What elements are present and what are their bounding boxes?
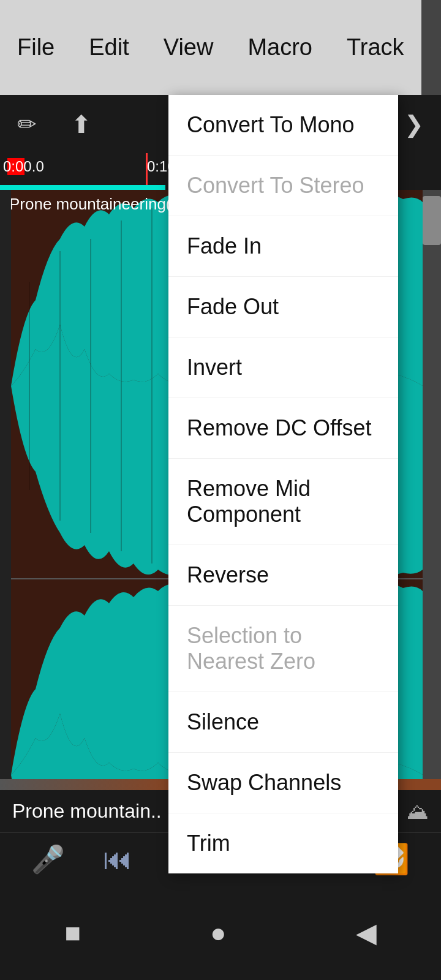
- pencil-icon: ✏: [17, 111, 37, 137]
- scale-bar: [0, 190, 11, 790]
- menu-view[interactable]: View: [146, 0, 231, 95]
- chevron-button[interactable]: ❯: [399, 106, 429, 143]
- scrollbar-thumb: [423, 196, 441, 245]
- timeline-progress: [0, 185, 165, 190]
- nav-square-button[interactable]: ■: [64, 918, 81, 948]
- menu-item-reverse[interactable]: Reverse: [168, 545, 398, 606]
- waveform-view-icon[interactable]: ⛰: [407, 799, 429, 824]
- menu-item-selection-nearest-zero: Selection to Nearest Zero: [168, 606, 398, 692]
- chevron-right-icon: ❯: [404, 111, 424, 137]
- record-button[interactable]: 🎤: [31, 843, 65, 875]
- menu-track[interactable]: Track: [330, 0, 421, 95]
- nav-home-button[interactable]: ●: [210, 918, 227, 948]
- menu-item-silence[interactable]: Silence: [168, 692, 398, 753]
- menu-bar: File Edit View Macro Track ✦ Effects: [0, 0, 441, 95]
- menu-item-swap-channels[interactable]: Swap Channels: [168, 753, 398, 813]
- menu-item-convert-mono[interactable]: Convert To Mono: [168, 95, 398, 156]
- time-start-label: 0:00.0: [3, 158, 44, 175]
- menu-macro[interactable]: Macro: [230, 0, 330, 95]
- menu-file[interactable]: File: [0, 0, 72, 95]
- menu-item-fade-in[interactable]: Fade In: [168, 216, 398, 277]
- menu-item-remove-mid-component[interactable]: Remove Mid Component: [168, 459, 398, 545]
- pencil-button[interactable]: ✏: [12, 106, 42, 143]
- skip-back-button[interactable]: ⏮: [103, 842, 132, 876]
- menu-item-invert[interactable]: Invert: [168, 337, 398, 398]
- effects-button[interactable]: ✦ Effects: [421, 0, 441, 95]
- dropdown-menu: Convert To MonoConvert To StereoFade InF…: [168, 95, 398, 873]
- scrollbar[interactable]: [423, 190, 441, 790]
- menu-item-remove-dc-offset[interactable]: Remove DC Offset: [168, 398, 398, 459]
- menu-item-trim[interactable]: Trim: [168, 813, 398, 873]
- import-button[interactable]: ⬆: [66, 105, 97, 143]
- menu-item-convert-stereo: Convert To Stereo: [168, 156, 398, 216]
- track-name-label: Prone mountain..: [12, 800, 162, 823]
- import-icon: ⬆: [71, 111, 92, 138]
- nav-back-button[interactable]: ◀: [356, 917, 377, 948]
- system-nav-bar: ■ ● ◀: [0, 885, 441, 980]
- menu-item-fade-out[interactable]: Fade Out: [168, 277, 398, 337]
- menu-edit[interactable]: Edit: [72, 0, 146, 95]
